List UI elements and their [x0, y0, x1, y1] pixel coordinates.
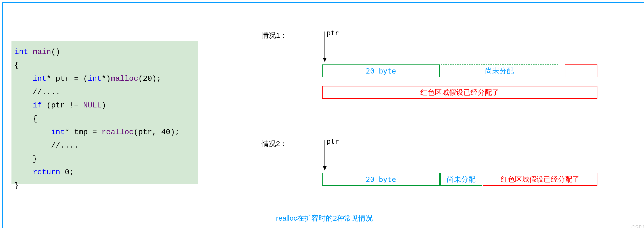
- case1-allocated-box: 20 byte: [322, 64, 440, 77]
- brace-close: }: [14, 181, 19, 190]
- fn-realloc: realloc: [102, 128, 134, 137]
- code-text: (20);: [138, 74, 161, 83]
- brace-open: {: [33, 114, 37, 123]
- case2-20byte-text: 20 byte: [366, 175, 396, 184]
- svg-marker-3: [323, 166, 327, 171]
- brace-open: {: [14, 61, 19, 70]
- case2-red-box: 红色区域假设已经分配了: [483, 173, 598, 186]
- diagram-caption: realloc在扩容时的2种常见情况: [3, 214, 644, 223]
- code-text: 0;: [60, 168, 74, 177]
- kw-int: int: [51, 128, 65, 137]
- arrow-down-icon: [322, 31, 328, 62]
- case1-red-small-box: [565, 64, 598, 77]
- code-text: (ptr, 40);: [134, 128, 180, 137]
- case1-20byte-text: 20 byte: [366, 67, 396, 75]
- diagram-frame: int main() { int* ptr = (int*)malloc(20)…: [2, 2, 644, 228]
- fn-malloc: malloc: [111, 74, 138, 83]
- case2-unalloc-text: 尚未分配: [447, 175, 476, 184]
- case1-ptr-label: ptr: [327, 29, 339, 37]
- code-text: * tmp =: [65, 128, 102, 137]
- code-text: ): [102, 101, 106, 110]
- comment: //....: [33, 88, 60, 96]
- svg-marker-1: [323, 58, 327, 62]
- fn-main: main: [33, 47, 51, 56]
- kw-int: int: [33, 74, 46, 83]
- case2-red-text: 红色区域假设已经分配了: [500, 175, 580, 184]
- case2-allocated-box: 20 byte: [322, 173, 440, 186]
- code-text: * ptr = (: [46, 74, 88, 83]
- null-literal: NULL: [83, 101, 102, 110]
- code-text: *): [102, 74, 111, 83]
- case1-red-wide-box: 红色区域假设已经分配了: [322, 86, 598, 99]
- case1-label: 情况1：: [262, 30, 287, 40]
- kw-int: int: [14, 47, 28, 56]
- case1-red-text: 红色区域假设已经分配了: [420, 88, 499, 97]
- case2-ptr-label: ptr: [327, 138, 339, 145]
- kw-if: if: [33, 101, 42, 110]
- brace-close: }: [33, 155, 37, 163]
- kw-int: int: [88, 74, 102, 83]
- case2-unallocated-box: 尚未分配: [440, 173, 482, 186]
- case1-unallocated-box: 尚未分配: [441, 64, 558, 77]
- code-block: int main() { int* ptr = (int*)malloc(20)…: [12, 41, 198, 184]
- code-text: (ptr !=: [42, 101, 83, 110]
- kw-return: return: [33, 168, 60, 177]
- case2-label: 情况2：: [262, 139, 287, 149]
- watermark-text: CSDN @隔壁的老刘: [631, 224, 644, 228]
- arrow-down-icon: [322, 140, 328, 171]
- case1-unalloc-text: 尚未分配: [485, 66, 514, 76]
- comment: //....: [51, 141, 78, 150]
- paren: (): [51, 47, 60, 56]
